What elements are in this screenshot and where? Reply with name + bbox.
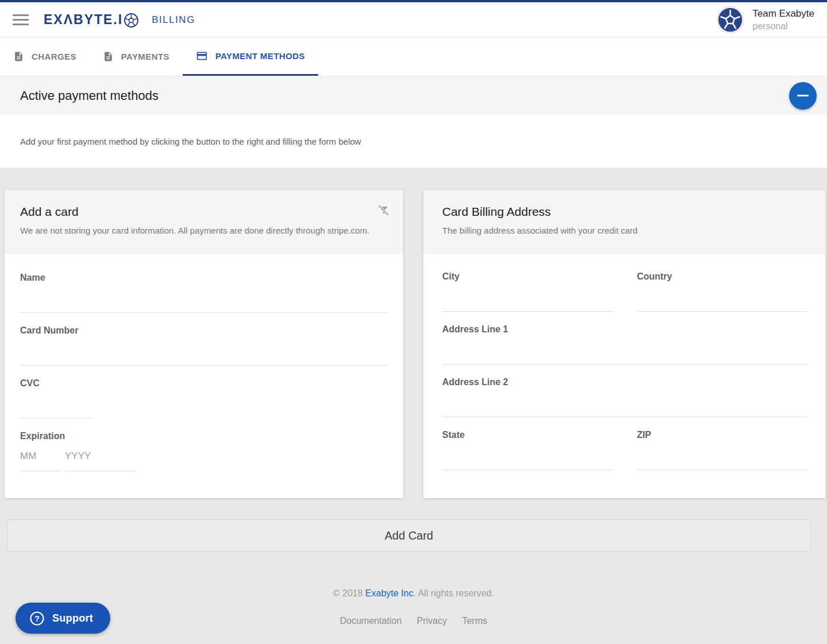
company-link[interactable]: Exabyte Inc [365, 588, 413, 598]
page-title: Active payment methods [20, 88, 159, 103]
billing-address-panel: Card Billing Address The billing address… [423, 190, 825, 498]
country-field: Country [637, 271, 808, 312]
user-account-type: personal [752, 21, 814, 32]
terms-link[interactable]: Terms [462, 616, 488, 626]
user-name: Team Exabyte [752, 8, 814, 20]
add-card-button[interactable]: Add Card [7, 519, 811, 552]
copyright-line: © 2018 Exabyte Inc. All rights reserved. [0, 588, 827, 599]
tab-payment-methods-label: PAYMENT METHODS [215, 51, 305, 61]
copyright-suffix: . All rights reserved. [413, 588, 494, 598]
billing-address-panel-header: Card Billing Address The billing address… [423, 190, 825, 254]
tab-payment-methods[interactable]: PAYMENT METHODS [183, 37, 318, 76]
credit-card-icon [196, 50, 208, 62]
help-icon: ? [29, 611, 45, 626]
billing-tabs: CHARGES PAYMENTS PAYMENT METHODS [0, 37, 827, 76]
soccer-ball-icon [123, 13, 139, 28]
menu-icon[interactable] [13, 14, 29, 25]
support-label: Support [52, 612, 93, 624]
cvc-input[interactable] [20, 389, 92, 418]
zip-field: ZIP [637, 430, 808, 470]
add-card-title: Add a card [20, 205, 389, 219]
expiration-year-input[interactable] [65, 442, 137, 471]
privacy-link[interactable]: Privacy [417, 616, 447, 626]
tab-payments-label: PAYMENTS [121, 52, 169, 61]
document-icon [13, 51, 24, 62]
empty-state-message-band: Add your first payment method by clickin… [0, 115, 827, 168]
documentation-link[interactable]: Documentation [340, 616, 402, 626]
expiration-field: Expiration [20, 431, 388, 471]
brand-logo-text: EXΛBYTE.I [44, 12, 123, 28]
support-button[interactable]: ? Support [16, 603, 110, 634]
svg-text:?: ? [34, 614, 40, 623]
brand-logo[interactable]: EXΛBYTE.I [44, 11, 139, 28]
cvc-field: CVC [20, 378, 388, 418]
billing-address-title: Card Billing Address [442, 205, 811, 219]
add-card-subtitle: We are not storing your card information… [20, 226, 389, 235]
tab-charges[interactable]: CHARGES [0, 37, 90, 76]
billing-address-form: City Country Address Line 1 Address Line… [423, 254, 825, 483]
expiration-label: Expiration [20, 431, 388, 442]
add-card-panel-header: Add a card We are not storing your card … [5, 190, 403, 254]
collapse-section-button[interactable] [789, 82, 817, 110]
tab-payments[interactable]: PAYMENTS [90, 37, 183, 76]
address-line-2-field: Address Line 2 [442, 377, 808, 417]
city-input[interactable] [442, 282, 613, 312]
empty-state-message: Add your first payment method by clickin… [20, 137, 361, 146]
city-label: City [442, 271, 613, 282]
card-number-label: Card Number [20, 325, 388, 336]
app-header: EXΛBYTE.I BILLING Team Exabyte personal [0, 2, 827, 37]
country-label: Country [637, 271, 808, 282]
expiration-month-input[interactable] [20, 442, 61, 471]
avatar-soccer-ball-icon [717, 6, 744, 33]
cvc-label: CVC [20, 378, 388, 389]
name-field: Name [20, 273, 388, 313]
card-number-field: Card Number [20, 325, 388, 366]
card-number-input[interactable] [20, 336, 388, 366]
filter-clear-icon[interactable] [377, 204, 391, 218]
add-card-panel: Add a card We are not storing your card … [5, 190, 403, 498]
city-field: City [442, 271, 613, 312]
name-label: Name [20, 273, 388, 284]
tab-charges-label: CHARGES [32, 52, 76, 61]
address-line-1-field: Address Line 1 [442, 324, 808, 364]
add-card-form: Name Card Number CVC Expiration [5, 254, 403, 471]
document-icon [103, 51, 114, 62]
user-menu[interactable]: Team Exabyte personal [717, 6, 814, 33]
active-payment-methods-section: Active payment methods [0, 76, 827, 115]
address-line-2-input[interactable] [442, 388, 808, 417]
copyright-prefix: © 2018 [333, 588, 365, 598]
payment-form-area: Add a card We are not storing your card … [0, 168, 827, 644]
minus-icon [797, 95, 809, 96]
header-section-label: BILLING [152, 14, 195, 26]
page-footer: © 2018 Exabyte Inc. All rights reserved.… [0, 588, 827, 626]
state-label: State [442, 430, 613, 441]
country-input[interactable] [637, 282, 808, 312]
state-field: State [442, 430, 613, 470]
address-line-2-label: Address Line 2 [442, 377, 808, 388]
state-input[interactable] [442, 441, 613, 470]
zip-input[interactable] [637, 441, 808, 470]
name-input[interactable] [20, 284, 388, 313]
address-line-1-input[interactable] [442, 335, 808, 364]
footer-links: Documentation Privacy Terms [0, 616, 827, 626]
billing-address-subtitle: The billing address associated with your… [442, 226, 811, 235]
zip-label: ZIP [637, 430, 808, 441]
address-line-1-label: Address Line 1 [442, 324, 808, 335]
